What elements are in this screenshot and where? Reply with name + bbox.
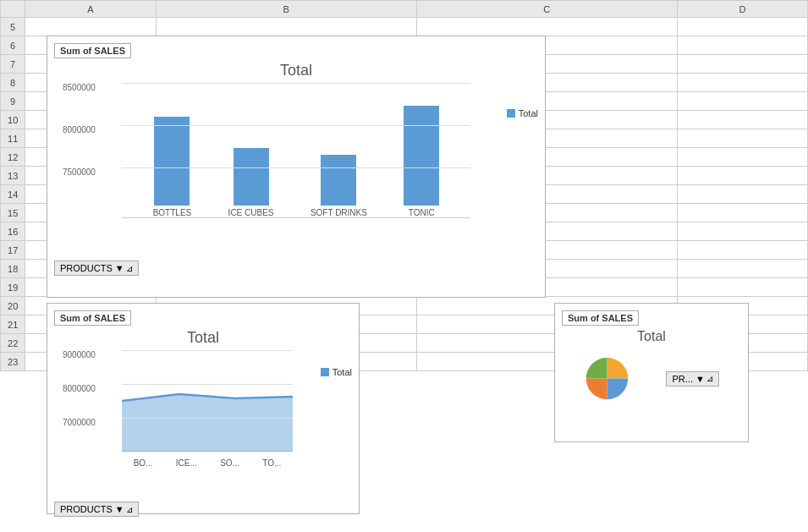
row-17: 17: [1, 241, 25, 260]
col-header-d: D: [677, 1, 807, 18]
x-label-to: TO...: [262, 458, 281, 468]
row-6: 6: [1, 36, 25, 55]
bar-item-icecubes: ICE CUBES: [228, 83, 274, 217]
chart-top-legend: Total: [507, 108, 538, 118]
chart-bottom-left: Sum of SALES Total 9000000 8000000 70000…: [47, 303, 360, 514]
chart-bottom-right: Sum of SALES Total PR... ▼ ⊿: [554, 303, 749, 442]
gridline-bl-mid: [122, 384, 293, 385]
row-21: 21: [1, 315, 25, 334]
chart-bottom-left-body: 9000000 8000000 7000000 BO... ICE: [63, 350, 352, 481]
row-8: 8: [1, 74, 25, 92]
area-chart-svg: [122, 350, 293, 452]
bar-label-bottles: BOTTLES: [153, 208, 192, 217]
row-18: 18: [1, 260, 25, 278]
pie-chart-svg: [584, 355, 630, 402]
pie-segment-3: [586, 379, 607, 400]
gridline-mid: [122, 125, 470, 126]
chart-bottom-left-legend: Total: [321, 367, 352, 377]
chart-bottom-right-body: PR... ▼ ⊿: [562, 351, 741, 406]
chart-top: Sum of SALES Total 8500000 8000000 75000…: [47, 36, 546, 298]
x-label-bo: BO...: [134, 458, 153, 468]
row-16: 16: [1, 222, 25, 241]
chart-bottom-left-filter-button[interactable]: PRODUCTS ▼ ⊿: [54, 502, 139, 517]
gridline-bl-bot: [122, 418, 293, 419]
gridline-top: [122, 83, 470, 84]
row-15: 15: [1, 204, 25, 222]
col-header-b: B: [156, 1, 416, 18]
row-12: 12: [1, 148, 25, 167]
row-19: 19: [1, 278, 25, 297]
bar-icecubes: [234, 148, 269, 206]
gridline-bl-top: [122, 350, 293, 351]
pie-segment-4: [586, 358, 607, 379]
filter-br-funnel-icon: ⊿: [706, 374, 713, 383]
bar-item-tonic: TONIC: [404, 83, 439, 217]
legend-color-bl: [321, 368, 329, 376]
bar-label-tonic: TONIC: [409, 208, 435, 217]
chart-bottom-left-filter-label: PRODUCTS: [60, 504, 113, 514]
gridline-bottom: [122, 167, 470, 168]
chart-bottom-left-sum-label: Sum of SALES: [54, 310, 131, 326]
chart-top-plot-area: BOTTLES ICE CUBES SOFT DRINKS: [122, 83, 470, 218]
filter-funnel-icon: ⊿: [126, 264, 133, 273]
bar-softdrinks: [321, 155, 356, 206]
row-14: 14: [1, 185, 25, 204]
pie-segment-1: [607, 358, 629, 379]
chart-top-filter-button[interactable]: PRODUCTS ▼ ⊿: [54, 261, 139, 276]
chart-top-filter-area: PRODUCTS ▼ ⊿: [54, 255, 538, 276]
row-11: 11: [1, 129, 25, 148]
bars-container: BOTTLES ICE CUBES SOFT DRINKS: [122, 83, 470, 217]
col-header-a: A: [25, 1, 156, 18]
legend-label-bl: Total: [333, 367, 352, 377]
chart-bottom-right-title: Total: [562, 329, 741, 344]
y-label-8000000: 8000000: [63, 125, 96, 134]
filter-dropdown-icon: ▼: [115, 263, 124, 273]
chart-top-filter-label: PRODUCTS: [60, 263, 113, 273]
row-13: 13: [1, 167, 25, 185]
legend-label-total: Total: [519, 108, 538, 118]
chart-bottom-right-sum-label: Sum of SALES: [562, 310, 639, 326]
chart-bottom-right-filter-label: PR...: [672, 374, 692, 384]
bar-item-softdrinks: SOFT DRINKS: [311, 83, 367, 217]
y-label-8500000: 8500000: [63, 83, 96, 92]
chart-bottom-left-filter-area: PRODUCTS ▼ ⊿: [54, 496, 352, 517]
legend-item-bl: Total: [321, 367, 352, 377]
row-7: 7: [1, 55, 25, 74]
spreadsheet-wrapper: A B C D 5 6 7 8 9 10 11 12 13 14 15 16 1…: [0, 0, 808, 532]
y-label-8000000: 8000000: [63, 384, 96, 393]
row-20: 20: [1, 297, 25, 315]
bar-bottles: [154, 117, 190, 206]
filter-bl-dropdown-icon: ▼: [115, 504, 124, 514]
row-9: 9: [1, 92, 25, 111]
pie-segment-2: [607, 379, 629, 400]
chart-top-title: Total: [54, 62, 538, 80]
row-10: 10: [1, 111, 25, 129]
bar-label-icecubes: ICE CUBES: [228, 208, 274, 217]
row-22: 22: [1, 334, 25, 353]
y-label-9000000: 9000000: [63, 350, 96, 359]
chart-top-sum-label: Sum of SALES: [54, 43, 131, 58]
row-5: 5: [1, 18, 25, 36]
legend-color-total: [507, 109, 515, 118]
filter-bl-funnel-icon: ⊿: [126, 505, 133, 514]
y-label-7500000: 7500000: [63, 167, 96, 177]
area-fill: [122, 394, 293, 452]
bar-item-bottles: BOTTLES: [153, 83, 192, 217]
corner-header: [1, 1, 25, 18]
filter-br-dropdown-icon: ▼: [695, 374, 705, 384]
x-label-ice: ICE...: [176, 458, 197, 468]
y-label-7000000: 7000000: [63, 418, 96, 427]
chart-bottom-left-title: Total: [54, 329, 352, 347]
x-label-so: SO...: [220, 458, 239, 468]
chart-bottom-left-plot: BO... ICE... SO... TO...: [122, 350, 293, 452]
chart-bottom-right-filter-button[interactable]: PR... ▼ ⊿: [666, 371, 718, 387]
col-header-c: C: [416, 1, 677, 18]
legend-item-total: Total: [507, 108, 538, 118]
row-23: 23: [1, 353, 25, 371]
bar-tonic: [404, 106, 439, 206]
bar-label-softdrinks: SOFT DRINKS: [311, 208, 367, 217]
x-axis-labels: BO... ICE... SO... TO...: [122, 458, 293, 468]
